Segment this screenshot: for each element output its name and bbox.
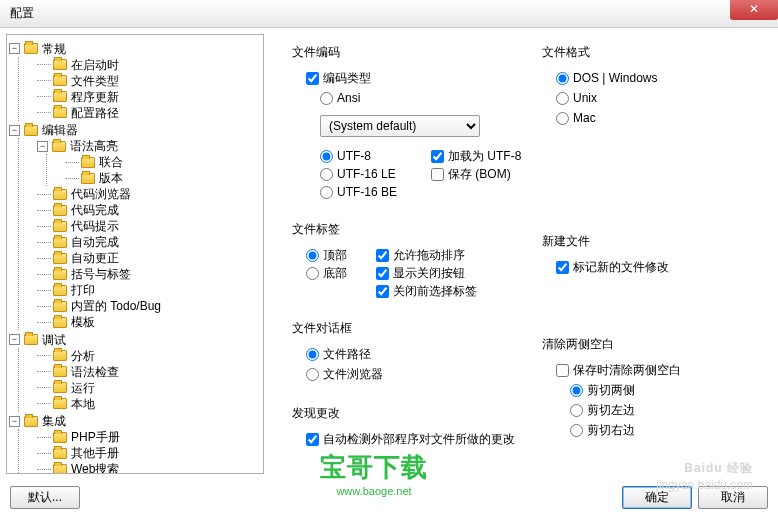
tree-item-debug[interactable]: −调试 bbox=[9, 332, 261, 348]
tree-label: 括号与标签 bbox=[71, 266, 131, 282]
tree-item-editor-6[interactable]: 打印 bbox=[37, 282, 261, 298]
tab-top-label: 顶部 bbox=[323, 247, 347, 264]
tree-item-editor-2[interactable]: 代码提示 bbox=[37, 218, 261, 234]
tree-item-debug-1[interactable]: 语法检查 bbox=[37, 364, 261, 380]
format-dos-radio[interactable] bbox=[556, 72, 569, 85]
folder-icon bbox=[53, 205, 67, 216]
save-bom-checkbox[interactable] bbox=[431, 168, 444, 181]
tab-bottom-radio[interactable] bbox=[306, 267, 319, 280]
tree-label: 运行 bbox=[71, 380, 95, 396]
folder-icon bbox=[53, 398, 67, 409]
ansi-radio[interactable] bbox=[320, 92, 333, 105]
utf8-label: UTF-8 bbox=[337, 149, 371, 163]
format-mac-label: Mac bbox=[573, 111, 596, 125]
footer: 默认... 确定 取消 bbox=[0, 480, 778, 514]
system-default-select[interactable]: (System default) bbox=[320, 115, 480, 137]
allow-drag-checkbox[interactable] bbox=[376, 249, 389, 262]
format-mac-radio[interactable] bbox=[556, 112, 569, 125]
tree-label: 语法高亮 bbox=[70, 138, 118, 154]
encoding-type-checkbox[interactable] bbox=[306, 72, 319, 85]
tree-item-editor-0[interactable]: 代码浏览器 bbox=[37, 186, 261, 202]
trim-right-label: 剪切右边 bbox=[587, 422, 635, 439]
tree-item-integ-1[interactable]: 其他手册 bbox=[37, 445, 261, 461]
show-close-checkbox[interactable] bbox=[376, 267, 389, 280]
save-bom-label: 保存 (BOM) bbox=[448, 166, 511, 183]
collapse-icon[interactable]: − bbox=[9, 416, 20, 427]
trim-left-radio[interactable] bbox=[570, 404, 583, 417]
close-button[interactable]: ✕ bbox=[730, 0, 778, 20]
tree-item-debug-0[interactable]: 分析 bbox=[37, 348, 261, 364]
tree-item-general-0[interactable]: 在启动时 bbox=[37, 57, 261, 73]
folder-icon bbox=[53, 464, 67, 475]
close-icon: ✕ bbox=[749, 2, 759, 16]
default-button[interactable]: 默认... bbox=[10, 486, 80, 509]
cancel-button[interactable]: 取消 bbox=[698, 486, 768, 509]
tree-label: 常规 bbox=[42, 41, 66, 57]
group-detect-title: 发现更改 bbox=[292, 405, 532, 422]
tree-item-editor[interactable]: −编辑器 bbox=[9, 122, 261, 138]
tree-item-integ-0[interactable]: PHP手册 bbox=[37, 429, 261, 445]
utf16be-radio[interactable] bbox=[320, 186, 333, 199]
tab-top-radio[interactable] bbox=[306, 249, 319, 262]
tree-label: 内置的 Todo/Bug bbox=[71, 298, 161, 314]
tree-item-debug-3[interactable]: 本地 bbox=[37, 396, 261, 412]
folder-icon bbox=[53, 301, 67, 312]
ansi-label: Ansi bbox=[337, 91, 360, 105]
tree-label: 分析 bbox=[71, 348, 95, 364]
collapse-icon[interactable]: − bbox=[9, 43, 20, 54]
dialog-browser-radio[interactable] bbox=[306, 368, 319, 381]
folder-icon bbox=[53, 237, 67, 248]
tree-item-general-3[interactable]: 配置路径 bbox=[37, 105, 261, 121]
tree-label: 联合 bbox=[99, 154, 123, 170]
tree-item-general-1[interactable]: 文件类型 bbox=[37, 73, 261, 89]
show-close-label: 显示关闭按钮 bbox=[393, 265, 465, 282]
tree-item-editor-8[interactable]: 模板 bbox=[37, 314, 261, 330]
tab-bottom-label: 底部 bbox=[323, 265, 347, 282]
folder-icon bbox=[53, 448, 67, 459]
mark-modified-checkbox[interactable] bbox=[556, 261, 569, 274]
dialog-path-radio[interactable] bbox=[306, 348, 319, 361]
utf16le-label: UTF-16 LE bbox=[337, 167, 396, 181]
collapse-icon[interactable]: − bbox=[9, 334, 20, 345]
utf8-radio[interactable] bbox=[320, 150, 333, 163]
tree-item-editor-3[interactable]: 自动完成 bbox=[37, 234, 261, 250]
load-utf8-checkbox[interactable] bbox=[431, 150, 444, 163]
close-select-checkbox[interactable] bbox=[376, 285, 389, 298]
folder-icon bbox=[53, 366, 67, 377]
tree-item-syntax-1[interactable]: 版本 bbox=[65, 170, 261, 186]
auto-detect-checkbox[interactable] bbox=[306, 433, 319, 446]
trim-right-radio[interactable] bbox=[570, 424, 583, 437]
collapse-icon[interactable]: − bbox=[9, 125, 20, 136]
tree-item-editor-5[interactable]: 括号与标签 bbox=[37, 266, 261, 282]
tree-label: 在启动时 bbox=[71, 57, 119, 73]
utf16le-radio[interactable] bbox=[320, 168, 333, 181]
tree-item-syntax-0[interactable]: 联合 bbox=[65, 154, 261, 170]
tree-label: 自动更正 bbox=[71, 250, 119, 266]
folder-icon bbox=[53, 285, 67, 296]
save-trim-label: 保存时清除两侧空白 bbox=[573, 362, 681, 379]
tree-item-editor-1[interactable]: 代码完成 bbox=[37, 202, 261, 218]
tree-label: 代码提示 bbox=[71, 218, 119, 234]
folder-icon bbox=[24, 416, 38, 427]
tree-item-integ-2[interactable]: Web搜索 bbox=[37, 461, 261, 474]
tree-item-syntax[interactable]: −语法高亮 bbox=[37, 138, 261, 154]
tree-panel: −常规在启动时文件类型程序更新配置路径−编辑器−语法高亮联合版本代码浏览器代码完… bbox=[6, 34, 264, 474]
folder-icon bbox=[53, 189, 67, 200]
tree-item-general-2[interactable]: 程序更新 bbox=[37, 89, 261, 105]
save-trim-checkbox[interactable] bbox=[556, 364, 569, 377]
tree-item-debug-2[interactable]: 运行 bbox=[37, 380, 261, 396]
tree-label: 配置路径 bbox=[71, 105, 119, 121]
dialog-path-label: 文件路径 bbox=[323, 346, 371, 363]
tree-item-editor-4[interactable]: 自动更正 bbox=[37, 250, 261, 266]
tree-item-general[interactable]: −常规 bbox=[9, 41, 261, 57]
ok-button[interactable]: 确定 bbox=[622, 486, 692, 509]
tree-item-editor-7[interactable]: 内置的 Todo/Bug bbox=[37, 298, 261, 314]
tree-label: 文件类型 bbox=[71, 73, 119, 89]
tree-item-integration[interactable]: −集成 bbox=[9, 413, 261, 429]
trim-left-label: 剪切左边 bbox=[587, 402, 635, 419]
settings-panel: 文件编码 编码类型 Ansi (System default) UTF-8 UT… bbox=[270, 34, 772, 474]
mark-modified-label: 标记新的文件修改 bbox=[573, 259, 669, 276]
trim-both-radio[interactable] bbox=[570, 384, 583, 397]
format-unix-radio[interactable] bbox=[556, 92, 569, 105]
collapse-icon[interactable]: − bbox=[37, 141, 48, 152]
